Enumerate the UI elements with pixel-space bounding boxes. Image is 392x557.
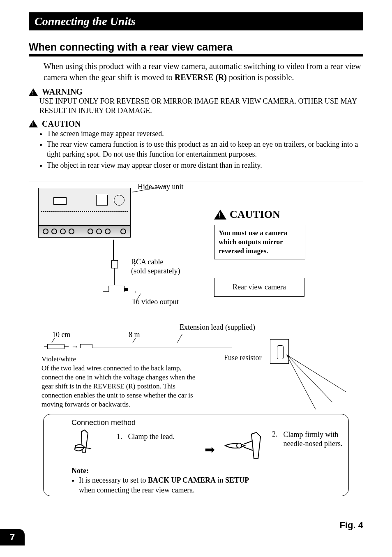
extension-lead-label: Extension lead (supplied) [180, 323, 255, 332]
note-b2: SETUP [225, 476, 249, 484]
diagram-caution-header: CAUTION [214, 208, 280, 221]
intro-bold: REVERSE (R) [175, 73, 227, 82]
caution-list: The screen image may appear reversed. Th… [47, 129, 363, 170]
caution-icon [29, 120, 38, 127]
pliers-clamp-icon [223, 432, 268, 460]
arrow-right-icon: → [71, 342, 78, 351]
clamp-icon [73, 429, 99, 458]
to-video-output-label: To video output [132, 297, 179, 307]
wire-graphic [44, 344, 73, 348]
step1-text: Clamp the lead. [128, 432, 175, 441]
clamp-graphic-1 [73, 429, 99, 460]
rca-label-l1: RCA cable [131, 258, 164, 266]
port-row-graphic [38, 225, 131, 238]
method-step-2: 2. Clamp firmly with needle-nosed pliers… [272, 430, 346, 448]
rca-cord-graphic [114, 268, 115, 285]
warning-body: USE INPUT ONLY FOR REVERSE OR MIRROR IMA… [39, 97, 363, 116]
warning-label: WARNING [42, 87, 83, 97]
intro-paragraph: When using this product with a rear view… [44, 61, 363, 83]
length-10cm-label: 10 cm [52, 330, 71, 340]
violet-white-title: Violet/white [42, 355, 202, 364]
rca-tip-graphic [111, 260, 118, 268]
rca-plug-graphic [113, 240, 117, 260]
intro-post: position is possible. [227, 73, 294, 82]
figure-label: Fig. 4 [340, 520, 363, 531]
clamp-graphic-2 [223, 432, 268, 462]
connection-method-title: Connection method [71, 418, 136, 427]
step2-text: Clamp firmly with needle-nosed pliers. [284, 430, 346, 448]
leader-line [177, 334, 182, 342]
fuse-resistor-graphic [270, 339, 289, 364]
violet-white-block: Violet/white Of the two lead wires conne… [42, 355, 202, 409]
page-number-tab: 7 [0, 529, 25, 545]
rear-view-camera-box: Rear view camera [214, 278, 304, 297]
method-note: Note: It is necessary to set to BACK UP … [71, 466, 249, 495]
length-8m-label: 8 m [129, 330, 140, 340]
rca-label-l2: (sold separately) [131, 267, 180, 275]
caution-header: CAUTION [29, 119, 363, 129]
violet-white-body: Of the two lead wires connected to the b… [42, 364, 202, 409]
caution-icon [214, 210, 226, 220]
hideaway-label: Hide-away unit [138, 182, 183, 192]
step2-num: 2. [272, 430, 278, 448]
svg-point-0 [237, 443, 242, 448]
caution-item: The rear view camera function is to use … [47, 139, 363, 159]
rca-label: RCA cable (sold separately) [131, 257, 180, 276]
arrow-right-icon: → [129, 287, 138, 296]
section-title: When connecting with a rear view camera [29, 41, 363, 56]
caution-label: CAUTION [42, 119, 81, 129]
diagram-caution-box: You must use a camera which outputs mirr… [214, 225, 305, 259]
note-post: when connecting the rear view camera. [79, 486, 195, 494]
rca-jack-graphic [108, 286, 125, 292]
rvc-label: Rear view camera [233, 283, 286, 291]
arrow-right-icon: ➡ [205, 442, 215, 457]
chapter-banner: Connecting the Units [29, 12, 363, 30]
fuse-resistor-label: Fuse resistor [224, 353, 262, 363]
note-item: It is necessary to set to BACK UP CAMERA… [79, 476, 249, 495]
connection-method-box: Connection method 1. Clamp the lead. ➡ 2… [43, 414, 349, 496]
warning-icon [29, 88, 38, 96]
diagram-caution-label: CAUTION [230, 208, 280, 221]
caution-item: The object in rear view may appear close… [47, 160, 363, 170]
note-pre: It is necessary to set to [79, 476, 148, 484]
connector-graphic [80, 344, 92, 348]
wiring-diagram: Hide-away unit → RCA cable (sold separat… [29, 182, 363, 500]
warning-header: WARNING [29, 87, 363, 97]
leader-fan-graphic [237, 363, 319, 408]
note-label: Note: [71, 466, 249, 476]
step1-num: 1. [117, 432, 122, 441]
note-b1: BACK UP CAMERA [148, 476, 216, 484]
note-mid: in [216, 476, 225, 484]
method-step-1: 1. Clamp the lead. [117, 432, 175, 441]
caution-item: The screen image may appear reversed. [47, 129, 363, 139]
